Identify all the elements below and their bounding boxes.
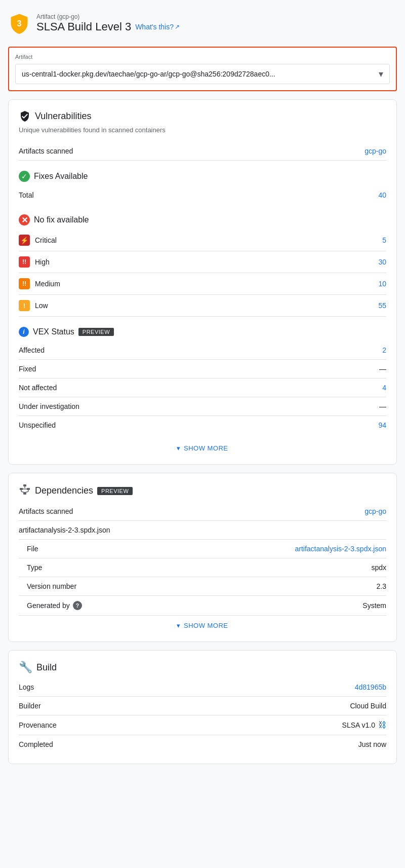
severity-medium-row: !! Medium 10: [19, 273, 386, 295]
severity-medium-left: !! Medium: [19, 278, 60, 289]
vex-under-investigation-label: Under investigation: [19, 402, 79, 410]
dependencies-preview-badge: PREVIEW: [97, 487, 133, 495]
chain-link-icon[interactable]: ⛓: [378, 721, 386, 730]
critical-severity-icon: ⚡: [19, 235, 30, 246]
vulnerabilities-header: Vulnerabilities: [19, 110, 386, 122]
svg-rect-2: [20, 488, 23, 490]
build-logs-row: Logs 4d81965b: [19, 678, 386, 697]
critical-label: Critical: [35, 236, 57, 244]
vulnerabilities-show-more[interactable]: ▾ SHOW MORE: [19, 438, 386, 454]
vex-unspecified-value[interactable]: 94: [378, 421, 386, 429]
vulnerabilities-section: Vulnerabilities Unique vulnerabilities f…: [8, 99, 397, 465]
high-value[interactable]: 30: [378, 258, 386, 266]
no-fix-subsection: ✕ No fix available ⚡ Critical 5 !! High …: [19, 210, 386, 317]
build-provenance-value: SLSA v1.0 ⛓: [342, 721, 386, 730]
vex-preview-badge: PREVIEW: [78, 328, 114, 336]
low-label: Low: [35, 301, 48, 310]
deps-artifacts-scanned-value[interactable]: gcp-go: [364, 507, 386, 515]
dropdown-arrow-icon: ▾: [379, 68, 383, 80]
severity-high-row: !! High 30: [19, 251, 386, 273]
header-subtitle: Artifact (gcp-go): [36, 13, 180, 20]
vex-not-affected-label: Not affected: [19, 384, 57, 392]
info-icon: i: [19, 327, 29, 337]
build-header: 🔧 Build: [19, 661, 386, 674]
deps-type-value: spdx: [371, 563, 386, 572]
medium-severity-icon: !!: [19, 278, 30, 289]
deps-version-label: Version number: [27, 582, 76, 590]
build-completed-value: Just now: [358, 740, 386, 748]
fixes-total-value[interactable]: 40: [378, 191, 386, 199]
vex-unspecified-row: Unspecified 94: [19, 416, 386, 434]
artifact-dropdown-value: us-central1-docker.pkg.dev/taechae/gcp-g…: [22, 70, 275, 78]
svg-text:3: 3: [17, 19, 22, 28]
vulnerabilities-shield-icon: [19, 110, 31, 122]
vex-unspecified-label: Unspecified: [19, 421, 56, 429]
show-more-chevron-icon: ▾: [177, 444, 181, 452]
fixes-total-label: Total: [19, 191, 34, 199]
artifact-field-label: Artifact: [15, 54, 390, 60]
build-provenance-label: Provenance: [19, 721, 57, 729]
svg-line-9: [21, 492, 25, 493]
artifact-selector-container: Artifact us-central1-docker.pkg.dev/taec…: [8, 47, 397, 91]
external-link-icon: ↗: [175, 23, 180, 30]
vex-status-title: VEX Status: [33, 327, 74, 336]
artifact-file-group-label: artifactanalysis-2-3.spdx.json: [19, 521, 386, 540]
severity-critical-row: ⚡ Critical 5: [19, 230, 386, 251]
fixes-available-subsection: ✓ Fixes Available Total 40: [19, 167, 386, 204]
build-logs-label: Logs: [19, 683, 34, 691]
vex-status-header: i VEX Status PREVIEW: [19, 323, 386, 341]
svg-rect-1: [23, 484, 26, 486]
vex-status-subsection: i VEX Status PREVIEW Affected 2 Fixed — …: [19, 323, 386, 434]
no-fix-title: No fix available: [34, 215, 89, 224]
svg-rect-3: [27, 488, 30, 490]
header-title-text: SLSA Build Level 3: [36, 20, 131, 33]
dependencies-show-more[interactable]: ▾ SHOW MORE: [19, 616, 386, 631]
deps-artifacts-scanned-label: Artifacts scanned: [19, 507, 73, 515]
vex-affected-value[interactable]: 2: [382, 346, 386, 354]
vex-fixed-label: Fixed: [19, 365, 36, 373]
medium-value[interactable]: 10: [378, 280, 386, 288]
vex-under-investigation-value: —: [379, 402, 386, 410]
deps-generated-by-label: Generated by ?: [27, 601, 82, 610]
vex-affected-row: Affected 2: [19, 341, 386, 360]
dependencies-title: Dependencies: [35, 485, 93, 496]
vex-not-affected-row: Not affected 4: [19, 379, 386, 397]
artifact-dropdown[interactable]: us-central1-docker.pkg.dev/taechae/gcp-g…: [15, 64, 390, 84]
x-circle-icon: ✕: [19, 214, 30, 225]
header-text-block: Artifact (gcp-go) SLSA Build Level 3 Wha…: [36, 13, 180, 33]
deps-version-value: 2.3: [377, 582, 386, 590]
deps-file-value[interactable]: artifactanalysis-2-3.spdx.json: [295, 545, 386, 553]
fixes-available-header: ✓ Fixes Available: [19, 167, 386, 186]
dependencies-icon: [19, 483, 31, 498]
high-label: High: [35, 258, 50, 266]
build-completed-label: Completed: [19, 740, 53, 748]
vex-not-affected-value[interactable]: 4: [382, 384, 386, 392]
build-logs-value[interactable]: 4d81965b: [355, 683, 386, 691]
artifacts-scanned-row: Artifacts scanned gcp-go: [19, 142, 386, 161]
deps-show-more-chevron-icon: ▾: [177, 622, 181, 629]
whats-this-link[interactable]: What's this? ↗: [135, 23, 180, 31]
severity-critical-left: ⚡ Critical: [19, 235, 57, 246]
severity-high-left: !! High: [19, 256, 50, 268]
dependencies-header: Dependencies PREVIEW: [19, 483, 386, 498]
low-value[interactable]: 55: [378, 301, 386, 310]
build-builder-row: Builder Cloud Build: [19, 697, 386, 715]
check-circle-icon: ✓: [19, 171, 30, 182]
vex-affected-label: Affected: [19, 346, 45, 354]
critical-value[interactable]: 5: [382, 236, 386, 244]
generated-by-help-icon[interactable]: ?: [73, 601, 82, 610]
dependencies-show-more-label: SHOW MORE: [184, 622, 228, 629]
header-title-row: SLSA Build Level 3 What's this? ↗: [36, 20, 180, 33]
artifacts-scanned-value[interactable]: gcp-go: [364, 147, 386, 155]
deps-generated-by-value: System: [362, 601, 386, 610]
vex-fixed-value: —: [379, 365, 386, 373]
dependencies-section: Dependencies PREVIEW Artifacts scanned g…: [8, 473, 397, 642]
deps-type-label: Type: [27, 563, 42, 572]
artifacts-scanned-label: Artifacts scanned: [19, 147, 73, 155]
svg-rect-4: [23, 493, 26, 495]
svg-line-10: [25, 492, 28, 493]
deps-type-row: Type spdx: [19, 558, 386, 577]
low-severity-icon: !: [19, 300, 30, 311]
severity-low-row: ! Low 55: [19, 295, 386, 317]
build-title: Build: [36, 662, 57, 673]
